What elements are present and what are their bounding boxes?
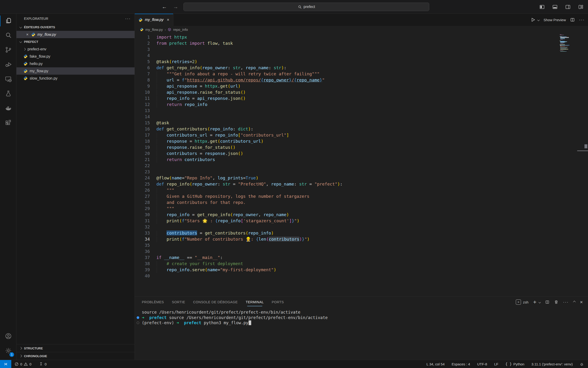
code-line[interactable]: 20 contributors = response.json(): [135, 150, 588, 156]
code-line[interactable]: 2from prefect import flow, task: [135, 40, 588, 46]
tab-close-icon[interactable]: ×: [167, 18, 169, 22]
panel-tab-terminal[interactable]: TERMINAL: [246, 296, 264, 308]
code-line[interactable]: 32: [135, 224, 588, 230]
code-line[interactable]: 4: [135, 53, 588, 59]
nav-forward-icon[interactable]: →: [173, 4, 178, 10]
code-line[interactable]: 18 response = httpx.get(contributors_url…: [135, 138, 588, 144]
tree-item-slow_function.py[interactable]: slow_function.py: [17, 75, 134, 82]
activity-accounts[interactable]: [0, 329, 17, 344]
section-structure[interactable]: STRUCTURE: [17, 344, 134, 352]
code-line[interactable]: 40: [135, 273, 588, 279]
code-line[interactable]: 28 and contributors for that repo.: [135, 199, 588, 206]
terminal-dropdown-icon[interactable]: [538, 301, 541, 303]
status-espaces-4[interactable]: Espaces : 4: [452, 362, 470, 366]
code-line[interactable]: 30 repo_info = get_repo_info(repo_owner,…: [135, 212, 588, 218]
activity-testing[interactable]: [0, 87, 17, 101]
code-line[interactable]: 24@flow(name="Repo Info", log_prints=Tru…: [135, 175, 588, 181]
breadcrumb-symbol[interactable]: repo_info: [173, 28, 188, 32]
minimap[interactable]: [560, 34, 577, 52]
status-python[interactable]: { }Python: [505, 362, 525, 366]
section-open-editors[interactable]: ÉDITEURS OUVERTS: [17, 24, 134, 31]
code-line[interactable]: 6def get_repo_info(repo_owner: str, repo…: [135, 65, 588, 71]
activity-docker[interactable]: [0, 101, 17, 116]
activity-run-debug[interactable]: [0, 57, 17, 72]
code-line[interactable]: 29 """: [135, 206, 588, 212]
code-line[interactable]: 33 contributors = get_contributors(repo_…: [135, 230, 588, 236]
code-line[interactable]: 27 Given a GitHub repository, logs the n…: [135, 193, 588, 199]
activity-remote-explorer[interactable]: [0, 72, 17, 87]
activity-search[interactable]: [0, 28, 17, 43]
code-editor[interactable]: 1import httpx2from prefect import flow, …: [135, 33, 588, 296]
code-line[interactable]: 10 api_response.raise_for_status(): [135, 89, 588, 95]
code-line[interactable]: 8 url = f"https://api.github.com/repos/{…: [135, 77, 588, 83]
terminal[interactable]: source /Users/henricourdent/git/prefect/…: [135, 308, 588, 326]
nav-back-icon[interactable]: ←: [162, 4, 167, 10]
code-line[interactable]: 3: [135, 46, 588, 53]
code-line[interactable]: 37if __name__ == "__main__":: [135, 255, 588, 261]
code-line[interactable]: 9 api_response = httpx.get(url): [135, 83, 588, 89]
code-line[interactable]: 26 """: [135, 187, 588, 193]
tree-item-prefect-env[interactable]: prefect-env: [17, 46, 134, 53]
code-line[interactable]: 34 print(f"Number of contributors 👷: {le…: [135, 236, 588, 242]
status-notifications[interactable]: [580, 362, 584, 366]
status-3-11-1-prefect-env-venv-[interactable]: 3.11.1 ('prefect-env': venv): [531, 362, 573, 366]
status-lf[interactable]: LF: [494, 362, 498, 366]
command-decoration-icon[interactable]: [137, 316, 139, 319]
activity-explorer[interactable]: [0, 14, 17, 28]
command-center-search[interactable]: prefect: [184, 3, 429, 11]
close-panel-icon[interactable]: ×: [580, 299, 583, 305]
panel-tab-ports[interactable]: PORTS: [272, 296, 284, 308]
code-line[interactable]: 35: [135, 242, 588, 248]
code-line[interactable]: 36: [135, 248, 588, 255]
tab-my-flow[interactable]: my_flow.py ×: [135, 14, 173, 26]
status-utf-8[interactable]: UTF-8: [477, 362, 487, 366]
close-icon[interactable]: ×: [26, 32, 29, 37]
code-line[interactable]: 7 """Get info about a repo - will retry …: [135, 71, 588, 77]
code-line[interactable]: 14: [135, 114, 588, 120]
open-editor-item[interactable]: ×my_flow.py: [17, 31, 134, 38]
code-line[interactable]: 21 return contributors: [135, 156, 588, 163]
status-l-34-col-54[interactable]: L 34, col 54: [426, 362, 445, 366]
toggle-panel-icon[interactable]: [552, 4, 558, 10]
remote-indicator[interactable]: [0, 360, 11, 368]
kill-terminal-icon[interactable]: [554, 300, 558, 304]
new-terminal-button[interactable]: +: [533, 299, 536, 305]
code-line[interactable]: 5@task(retries=2): [135, 59, 588, 65]
panel-tab-problèmes[interactable]: PROBLÈMES: [142, 296, 164, 308]
problems-status[interactable]: 0 0 0: [15, 362, 47, 366]
breadcrumb-file[interactable]: my_flow.py: [145, 28, 163, 32]
code-line[interactable]: 38 # create your first deployment: [135, 261, 588, 267]
tree-item-hello.py[interactable]: hello.py: [17, 60, 134, 67]
code-line[interactable]: 16def get_contributors(repo_info: dict):: [135, 126, 588, 132]
customize-layout-icon[interactable]: [578, 4, 584, 10]
breadcrumb[interactable]: my_flow.py › repo_info: [135, 26, 588, 33]
code-line[interactable]: 13: [135, 108, 588, 114]
command-decoration-icon[interactable]: [137, 322, 139, 324]
panel-tab-sortie[interactable]: SORTIE: [172, 296, 185, 308]
code-line[interactable]: 12 return repo_info: [135, 101, 588, 108]
activity-extensions[interactable]: [0, 116, 17, 130]
code-line[interactable]: 39 repo_info.serve(name="my-first-deploy…: [135, 267, 588, 273]
maximize-panel-icon[interactable]: [573, 301, 576, 303]
show-preview-button[interactable]: Show Preview: [544, 18, 566, 22]
code-line[interactable]: 25def repo_info(repo_owner: str = "Prefe…: [135, 181, 588, 187]
editor-more-actions-icon[interactable]: ···: [579, 18, 585, 22]
code-line[interactable]: 23: [135, 169, 588, 175]
run-button[interactable]: [531, 18, 535, 22]
activity-source-control[interactable]: [0, 43, 17, 57]
split-editor-icon[interactable]: [570, 18, 575, 22]
panel-tab-console de débogage[interactable]: CONSOLE DE DÉBOGAGE: [193, 296, 238, 308]
code-line[interactable]: 11 repo_info = api_response.json(): [135, 95, 588, 101]
section-chronologie[interactable]: CHRONOLOGIE: [17, 352, 134, 360]
activity-settings[interactable]: 1: [0, 344, 17, 358]
code-line[interactable]: 17 contributors_url = repo_info["contrib…: [135, 132, 588, 138]
shell-label[interactable]: zsh: [523, 300, 528, 304]
section-project[interactable]: PREFECT: [17, 38, 134, 46]
code-line[interactable]: 19 response.raise_for_status(): [135, 144, 588, 150]
panel-more-actions-icon[interactable]: ···: [563, 300, 569, 305]
code-line[interactable]: 1import httpx: [135, 34, 588, 40]
toggle-secondary-sidebar-icon[interactable]: [565, 4, 571, 10]
split-terminal-icon[interactable]: [545, 300, 549, 304]
code-line[interactable]: 15@task: [135, 120, 588, 126]
sidebar-more-icon[interactable]: ···: [125, 16, 131, 21]
